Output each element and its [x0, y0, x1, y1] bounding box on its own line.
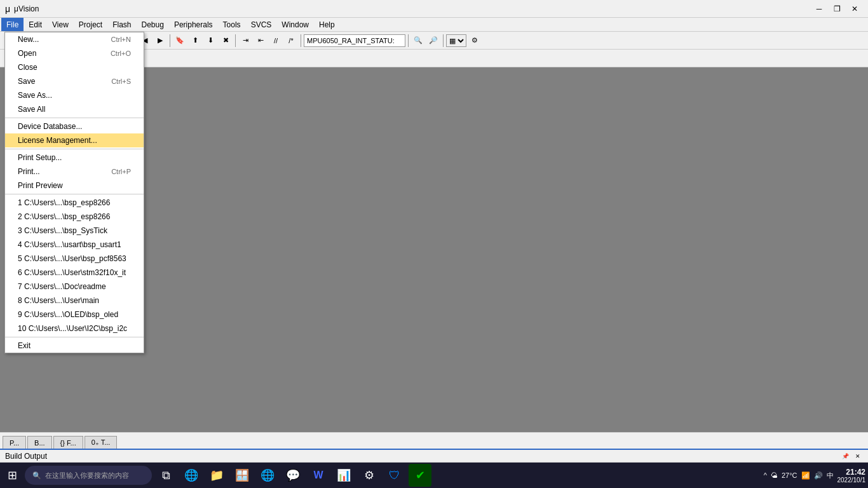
- menu-item-recent-4[interactable]: 4 C:\Users\...\usart\bsp_usart1: [5, 238, 144, 252]
- taskbar-app-chrome[interactable]: 🌐: [256, 464, 279, 487]
- tray-expand[interactable]: ^: [764, 471, 767, 479]
- menu-item-license-management[interactable]: License Management...: [5, 133, 144, 147]
- taskbar-clock[interactable]: 21:42 2022/10/1: [837, 468, 866, 484]
- comment-button[interactable]: //: [269, 34, 283, 48]
- menu-debug[interactable]: Debug: [137, 18, 169, 31]
- menu-item-print-shortcut: Ctrl+P: [111, 168, 131, 175]
- taskbar-app-store[interactable]: 🪟: [231, 464, 254, 487]
- menu-item-save[interactable]: Save Ctrl+S: [5, 74, 144, 88]
- volume-icon: 🔊: [814, 471, 823, 480]
- menu-peripherals[interactable]: Peripherals: [169, 18, 218, 31]
- bookmark-clear-button[interactable]: ✖: [219, 34, 233, 48]
- search-input[interactable]: [304, 34, 405, 47]
- menu-item-print-preview[interactable]: Print Preview: [5, 179, 144, 193]
- app-icon: μ: [5, 4, 10, 14]
- bookmark-prev-button[interactable]: ⬆: [188, 34, 202, 48]
- menu-svcs[interactable]: SVCS: [246, 18, 277, 31]
- menu-item-saveas-label: Save As...: [18, 91, 52, 100]
- taskbar-app-defender[interactable]: 🛡: [383, 464, 406, 487]
- menu-item-recent-8[interactable]: 8 C:\Users\...\User\main: [5, 294, 144, 308]
- menu-separator-1: [5, 118, 144, 118]
- menu-item-recent-5[interactable]: 5 C:\Users\...\User\bsp_pcf8563: [5, 252, 144, 266]
- menu-window[interactable]: Window: [276, 18, 314, 31]
- menu-item-recent-3-label: 3 C:\Users\...\bsp_SysTick: [18, 226, 107, 235]
- maximize-button[interactable]: ❐: [829, 3, 845, 15]
- menu-item-open-shortcut: Ctrl+O: [111, 50, 131, 57]
- taskbar-app-excel[interactable]: 📊: [332, 464, 355, 487]
- unindent-button[interactable]: ⇤: [254, 34, 268, 48]
- taskbar-app-taskview[interactable]: ⧉: [154, 464, 177, 487]
- menu-item-print[interactable]: Print... Ctrl+P: [5, 165, 144, 179]
- uncomment-button[interactable]: /*: [284, 34, 298, 48]
- menu-item-recent-10-label: 10 C:\Users\...\User\I2C\bsp_i2c: [18, 324, 127, 333]
- menu-item-recent-7[interactable]: 7 C:\Users\...\Doc\readme: [5, 280, 144, 294]
- taskbar-app-word[interactable]: W: [307, 464, 330, 487]
- tab-build[interactable]: B...: [27, 436, 52, 449]
- menu-item-open[interactable]: Open Ctrl+O: [5, 46, 144, 60]
- taskbar-tray: ^ 🌤 27°C 📶 🔊 中 21:42 2022/10/1: [764, 468, 865, 484]
- titlebar: μ μVision ─ ❐ ✕: [0, 0, 868, 18]
- menu-item-device-database[interactable]: Device Database...: [5, 119, 144, 133]
- menu-item-recent-1-label: 1 C:\Users\...\bsp_esp8266: [18, 198, 110, 207]
- nav-forward-button[interactable]: ▶: [153, 34, 167, 48]
- start-button[interactable]: ⊞: [3, 464, 22, 487]
- menu-help[interactable]: Help: [314, 18, 340, 31]
- menu-separator-3: [5, 194, 144, 194]
- menu-item-recent-1[interactable]: 1 C:\Users\...\bsp_esp8266: [5, 196, 144, 210]
- search-placeholder-text: 在这里输入你要搜索的内容: [45, 471, 129, 480]
- bottom-tab-bar: P... B... {} F... 0₊ T...: [0, 432, 868, 449]
- taskbar: ⊞ 🔍 在这里输入你要搜索的内容 ⧉ 🌐 📁 🪟 🌐 💬 W 📊 ⚙ 🛡 ✔ ^…: [0, 463, 868, 488]
- tab-functions[interactable]: {} F...: [53, 436, 83, 449]
- ime-indicator[interactable]: 中: [827, 471, 834, 480]
- weather-temp: 27°C: [782, 471, 797, 479]
- menu-view[interactable]: View: [47, 18, 74, 31]
- find-button[interactable]: 🔍: [411, 34, 425, 48]
- menu-file[interactable]: File: [1, 18, 24, 31]
- menu-item-saveas[interactable]: Save As...: [5, 88, 144, 102]
- menu-item-saveall[interactable]: Save All: [5, 102, 144, 116]
- menu-item-recent-2-label: 2 C:\Users\...\bsp_esp8266: [18, 212, 110, 221]
- file-dropdown-menu: New... Ctrl+N Open Ctrl+O Close Save Ctr…: [4, 32, 144, 353]
- taskbar-search[interactable]: 🔍 在这里输入你要搜索的内容: [25, 466, 152, 485]
- menu-edit[interactable]: Edit: [24, 18, 47, 31]
- taskbar-app-keil[interactable]: ✔: [409, 464, 431, 487]
- build-output-title: Build Output: [5, 452, 840, 461]
- close-button[interactable]: ✕: [846, 3, 863, 15]
- taskbar-app-explorer[interactable]: 📁: [205, 464, 228, 487]
- menu-flash[interactable]: Flash: [107, 18, 136, 31]
- menu-item-recent-2[interactable]: 2 C:\Users\...\bsp_esp8266: [5, 210, 144, 224]
- menu-tools[interactable]: Tools: [218, 18, 246, 31]
- taskbar-app-edge[interactable]: 🌐: [180, 464, 203, 487]
- menu-item-recent-10[interactable]: 10 C:\Users\...\User\I2C\bsp_i2c: [5, 322, 144, 336]
- tab-templates[interactable]: 0₊ T...: [85, 436, 118, 449]
- settings-button[interactable]: ⚙: [468, 34, 482, 48]
- menu-item-recent-4-label: 4 C:\Users\...\usart\bsp_usart1: [18, 240, 121, 249]
- taskbar-app-chat[interactable]: 💬: [281, 464, 304, 487]
- menu-item-recent-3[interactable]: 3 C:\Users\...\bsp_SysTick: [5, 224, 144, 238]
- menubar: File Edit View Project Flash Debug Perip…: [0, 18, 868, 32]
- menu-item-close[interactable]: Close: [5, 60, 144, 74]
- menu-item-print-setup[interactable]: Print Setup...: [5, 151, 144, 165]
- menu-item-recent-6[interactable]: 6 C:\Users\...\User\stm32f10x_it: [5, 266, 144, 280]
- view-combo[interactable]: ▦: [446, 34, 466, 47]
- bookmark-next-button[interactable]: ⬇: [203, 34, 217, 48]
- build-output-close[interactable]: ✕: [853, 451, 863, 461]
- indent-button[interactable]: ⇥: [238, 34, 252, 48]
- network-icon: 📶: [801, 471, 810, 480]
- menu-item-recent-9[interactable]: 9 C:\Users\...\OLED\bsp_oled: [5, 308, 144, 322]
- build-output-pin[interactable]: 📌: [840, 451, 850, 461]
- minimize-button[interactable]: ─: [811, 3, 827, 15]
- menu-item-exit[interactable]: Exit: [5, 339, 144, 353]
- find-in-files-button[interactable]: 🔎: [426, 34, 440, 48]
- toolbar-separator-4: [170, 34, 170, 47]
- weather-icon: 🌤: [771, 471, 778, 479]
- taskbar-app-settings[interactable]: ⚙: [358, 464, 381, 487]
- menu-separator-4: [5, 337, 144, 337]
- bookmark-button[interactable]: 🔖: [173, 34, 187, 48]
- menu-item-saveall-label: Save All: [18, 105, 45, 114]
- tab-project[interactable]: P...: [3, 436, 26, 449]
- menu-item-new[interactable]: New... Ctrl+N: [5, 32, 144, 46]
- menu-item-recent-6-label: 6 C:\Users\...\User\stm32f10x_it: [18, 268, 126, 277]
- menu-project[interactable]: Project: [74, 18, 107, 31]
- menu-item-close-label: Close: [18, 63, 37, 72]
